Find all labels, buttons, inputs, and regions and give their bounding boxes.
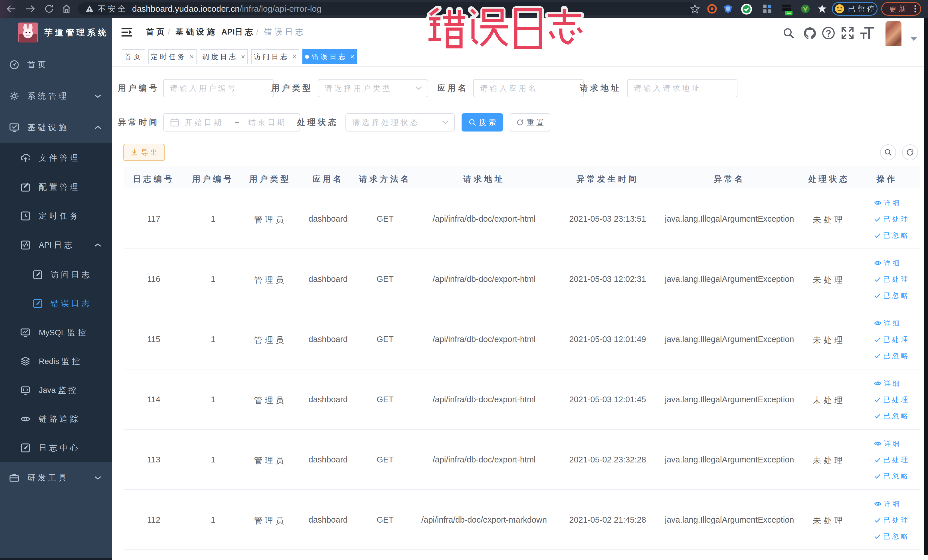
svg-text:on: on <box>787 11 791 15</box>
